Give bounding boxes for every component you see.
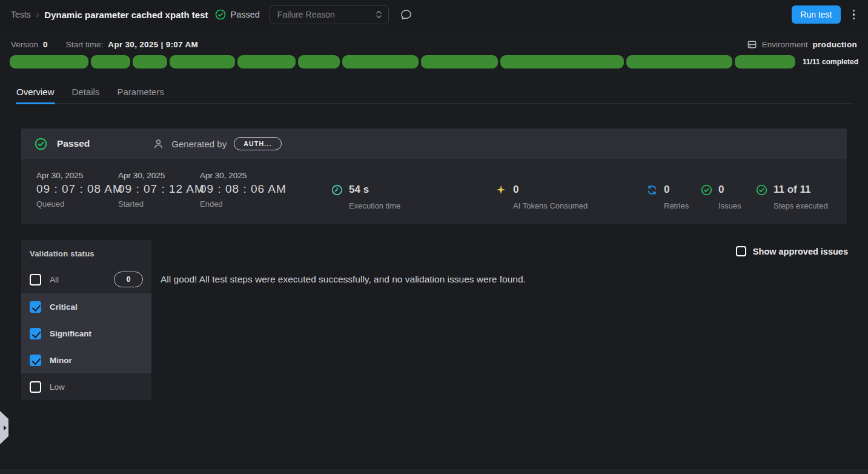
show-approved-label: Show approved issues (753, 247, 848, 256)
version-value: 0 (43, 40, 48, 49)
ended-label: Ended (200, 199, 287, 209)
check-circle-icon (756, 184, 768, 196)
filter-significant-row[interactable]: Significant (21, 320, 151, 347)
show-approved-checkbox[interactable] (736, 246, 746, 256)
progress-segment (626, 55, 732, 68)
all-label: All (50, 275, 59, 284)
ai-tokens-label: AI Tokens Consumed (513, 201, 588, 210)
metric-retries: 0 Retries (646, 184, 689, 210)
retries-label: Retries (664, 201, 689, 210)
refresh-icon (646, 184, 658, 196)
breadcrumb-tests[interactable]: Tests (11, 10, 31, 19)
progress-segment (10, 55, 88, 68)
significant-checkbox[interactable] (30, 328, 41, 339)
environment-info: Environment production (747, 39, 857, 50)
version-label: Version (11, 40, 38, 49)
issues-label: Issues (718, 201, 741, 210)
ended-date: Apr 30, 2025 (200, 171, 287, 180)
clock-icon (331, 184, 343, 196)
metric-ai-tokens: 0 AI Tokens Consumed (495, 184, 588, 210)
progress-segment (735, 55, 795, 68)
progress-bar: 11/11 completed (10, 55, 858, 68)
filter-minor-row[interactable]: Minor (21, 347, 151, 373)
retries-value: 0 (664, 184, 689, 196)
failure-reason-select[interactable]: Failure Reason (270, 5, 389, 24)
minor-label: Minor (50, 356, 72, 365)
low-label: Low (50, 382, 65, 392)
minor-checkbox[interactable] (30, 355, 41, 366)
footer-bar (0, 469, 868, 474)
expand-drawer-handle[interactable] (0, 411, 8, 444)
low-checkbox[interactable] (30, 381, 41, 393)
filter-all-row[interactable]: All 0 (21, 265, 151, 293)
metric-issues: 0 Issues (701, 184, 741, 210)
user-icon (153, 138, 164, 150)
steps-executed-label: Steps executed (774, 201, 828, 210)
start-time-label: Start time: (66, 40, 104, 49)
show-approved-issues-toggle[interactable]: Show approved issues (736, 246, 848, 256)
check-circle-icon (215, 9, 226, 20)
filter-low-row[interactable]: Low (21, 373, 151, 400)
steps-executed-value: 11 of 11 (774, 184, 828, 196)
check-circle-icon (35, 138, 47, 150)
validation-status-panel: Validation status All 0 Critical Signifi… (21, 240, 151, 400)
check-circle-icon (701, 184, 713, 196)
tab-overview[interactable]: Overview (16, 81, 55, 103)
filter-critical-row[interactable]: Critical (21, 293, 151, 320)
breadcrumb-separator: › (36, 10, 39, 19)
progress-segment (298, 55, 340, 68)
environment-value: production (813, 40, 858, 49)
started-date: Apr 30, 2025 (118, 171, 205, 180)
run-summary-card: Passed Generated by AUTH... Apr 30, 2025… (21, 129, 847, 224)
environment-icon (747, 39, 757, 50)
run-summary-body: Apr 30, 2025 09 : 07 : 08 AM Queued Apr … (21, 159, 847, 224)
started-time: 09 : 07 : 12 AM (118, 182, 205, 196)
issues-value: 0 (718, 184, 741, 196)
critical-label: Critical (50, 302, 78, 312)
tab-details[interactable]: Details (71, 81, 101, 103)
significant-label: Significant (50, 329, 91, 338)
start-time-value: Apr 30, 2025 | 9:07 AM (108, 40, 198, 49)
execution-time-label: Execution time (349, 201, 400, 210)
progress-segment (342, 55, 419, 68)
run-test-button[interactable]: Run test (792, 5, 840, 24)
meta-row: Version 0 Start time: Apr 30, 2025 | 9:0… (0, 36, 868, 52)
environment-label: Environment (762, 40, 808, 49)
progress-segment (170, 55, 235, 68)
run-status-text: Passed (57, 138, 90, 149)
queued-date: Apr 30, 2025 (36, 171, 123, 180)
progress-segment (133, 55, 167, 68)
validation-status-title: Validation status (21, 240, 151, 265)
progress-segment (91, 55, 131, 68)
execution-time-value: 54 s (349, 184, 400, 196)
progress-completed-label: 11/11 completed (803, 58, 858, 66)
page-title: Dynamic parameter cached xpath test (44, 10, 208, 20)
queued-time: 09 : 07 : 08 AM (36, 182, 123, 196)
progress-segment (237, 55, 296, 68)
all-count-badge: 0 (114, 272, 143, 287)
run-summary-header: Passed Generated by AUTH... (21, 129, 847, 159)
generated-by-label: Generated by (171, 139, 227, 149)
progress-segment (421, 55, 499, 68)
failure-reason-placeholder: Failure Reason (277, 10, 376, 19)
metric-execution-time: 54 s Execution time (331, 184, 400, 210)
generated-by-pill[interactable]: AUTH... (234, 137, 281, 150)
metric-steps-executed: 11 of 11 Steps executed (756, 184, 828, 210)
ai-tokens-value: 0 (513, 184, 588, 196)
no-issues-message: All good! All test steps were executed s… (161, 274, 526, 285)
timestamp-queued: Apr 30, 2025 09 : 07 : 08 AM Queued (36, 171, 123, 209)
filter-checked-section: Critical Significant Minor (21, 293, 151, 373)
critical-checkbox[interactable] (30, 301, 41, 313)
tab-bar: Overview Details Parameters (16, 81, 853, 104)
status-badge: Passed (215, 9, 259, 20)
comment-icon[interactable] (400, 8, 412, 21)
timestamp-started: Apr 30, 2025 09 : 07 : 12 AM Started (118, 171, 205, 209)
tab-parameters[interactable]: Parameters (116, 81, 165, 103)
ended-time: 09 : 08 : 06 AM (200, 182, 287, 196)
more-menu-icon[interactable] (853, 10, 855, 20)
sparkle-icon (495, 184, 508, 196)
all-checkbox[interactable] (30, 274, 41, 285)
status-text: Passed (230, 10, 259, 19)
timestamp-ended: Apr 30, 2025 09 : 08 : 06 AM Ended (200, 171, 287, 209)
chevron-updown-icon (376, 9, 382, 20)
